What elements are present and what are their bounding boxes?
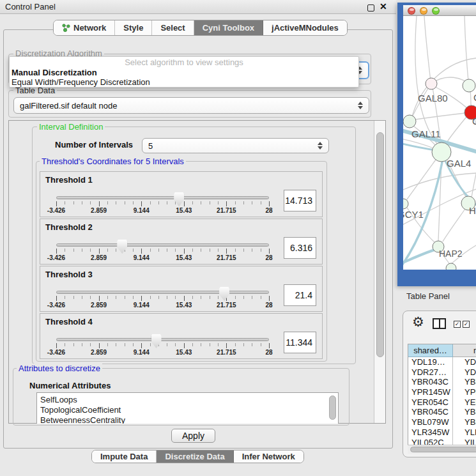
close-traffic-light[interactable] bbox=[408, 7, 415, 15]
tick-label: 9.144 bbox=[134, 207, 150, 214]
table-row[interactable]: YDR27…YDR2 bbox=[408, 367, 476, 378]
shared-name-cell[interactable]: YER054C bbox=[408, 397, 453, 408]
attribute-list-item[interactable]: BetweennessCentrality bbox=[37, 415, 338, 424]
network-edge[interactable] bbox=[472, 160, 476, 197]
minimize-traffic-light[interactable] bbox=[420, 7, 427, 15]
network-window-titlebar[interactable] bbox=[403, 5, 476, 16]
slider-track[interactable] bbox=[56, 196, 269, 199]
threshold-value-field[interactable]: 6.316 bbox=[284, 237, 316, 259]
node-pink[interactable] bbox=[426, 78, 437, 89]
network-edge[interactable] bbox=[470, 90, 471, 107]
vertical-scrollbar-thumb[interactable] bbox=[376, 132, 384, 357]
apply-button[interactable]: Apply bbox=[171, 429, 215, 443]
slider-track[interactable] bbox=[56, 338, 269, 341]
tab-network[interactable]: Network bbox=[54, 20, 115, 35]
table-data-combobox[interactable]: galFiltered.sif default node bbox=[13, 97, 369, 114]
tick-label: 15.43 bbox=[176, 302, 192, 309]
slider-track[interactable] bbox=[56, 243, 269, 247]
name-cell[interactable]: YBR0 bbox=[453, 377, 476, 387]
slider-ticks bbox=[56, 296, 269, 302]
attribute-list-item[interactable]: TopologicalCoefficient bbox=[37, 405, 338, 415]
tick-label: 21.715 bbox=[217, 302, 236, 309]
table-row[interactable]: YDL19…YDL1 bbox=[408, 357, 476, 367]
vertical-scrollbar[interactable] bbox=[374, 121, 385, 423]
node-bottom[interactable] bbox=[446, 263, 456, 270]
tab-style[interactable]: Style bbox=[115, 20, 152, 35]
name-cell[interactable]: YLR3 bbox=[453, 427, 476, 438]
float-window-icon[interactable] bbox=[367, 4, 374, 12]
name-cell[interactable]: YBL0 bbox=[453, 417, 476, 427]
column-header-name[interactable]: na bbox=[453, 344, 476, 357]
select-all-columns-icon[interactable]: ✓ bbox=[463, 321, 470, 328]
gear-icon[interactable]: ⚙ bbox=[412, 315, 424, 328]
close-icon[interactable]: ✕ bbox=[380, 1, 387, 12]
tab-infer-network[interactable]: Infer Network bbox=[234, 450, 303, 463]
zoom-traffic-light[interactable] bbox=[432, 7, 440, 15]
shared-name-cell[interactable]: YPR145W bbox=[408, 387, 453, 397]
name-cell[interactable]: YBR0 bbox=[453, 407, 476, 417]
network-edge[interactable] bbox=[443, 209, 465, 242]
network-edge[interactable] bbox=[446, 117, 466, 144]
attribute-list-item[interactable]: SelfLoops bbox=[37, 395, 338, 405]
control-panel-titlebar: Control Panel ✕ bbox=[0, 0, 396, 14]
tick-label: 21.715 bbox=[217, 254, 236, 261]
node-gcy1[interactable] bbox=[403, 199, 408, 209]
network-edge[interactable] bbox=[424, 16, 431, 81]
numerical-attributes-list[interactable]: SelfLoopsTopologicalCoefficientBetweenne… bbox=[36, 392, 339, 424]
dropdown-option-manual[interactable]: Manual Discretization bbox=[10, 68, 358, 77]
table-row[interactable]: YIL052CYIL0 bbox=[408, 438, 476, 445]
table-row[interactable]: YBR043CYBR0 bbox=[408, 377, 476, 387]
network-edge[interactable] bbox=[464, 16, 468, 81]
table-panel: ⚙ ✓ ✓ shared… na YDL19…YDL1YDR27…YDR2YBR… bbox=[403, 311, 476, 457]
shared-name-cell[interactable]: YBL079W bbox=[408, 417, 453, 427]
name-cell[interactable]: YER0 bbox=[453, 397, 476, 408]
tab-impute-data[interactable]: Impute Data bbox=[92, 450, 157, 463]
table-row[interactable]: YLR345WYLR3 bbox=[408, 427, 476, 438]
table-row[interactable]: YPR145WYPR1 bbox=[408, 387, 476, 397]
horizontal-scrollbar-thumb[interactable] bbox=[410, 447, 476, 452]
tick-label: 28 bbox=[265, 302, 272, 309]
select-columns-icon[interactable]: ✓ bbox=[454, 321, 461, 328]
shared-name-cell[interactable]: YBR045C bbox=[408, 407, 453, 417]
table-row[interactable]: YER054CYER0 bbox=[408, 397, 476, 408]
horizontal-scrollbar[interactable] bbox=[408, 445, 476, 454]
split-panel-icon[interactable] bbox=[433, 318, 446, 329]
shared-name-cell[interactable]: YDR27… bbox=[408, 367, 453, 378]
threshold-label: Threshold 3 bbox=[45, 270, 93, 279]
name-cell[interactable]: YDL1 bbox=[453, 357, 476, 367]
threshold-value-field[interactable]: 14.713 bbox=[284, 190, 316, 211]
tab-cyni-toolbox[interactable]: Cyni Toolbox bbox=[194, 20, 263, 35]
node-top[interactable] bbox=[463, 79, 475, 92]
tab-jactivemnodules[interactable]: jActiveMNodules bbox=[263, 20, 347, 35]
shared-name-cell[interactable]: YDL19… bbox=[408, 357, 453, 367]
shared-name-cell[interactable]: YLR345W bbox=[408, 427, 453, 438]
name-cell[interactable]: YIL0 bbox=[453, 438, 476, 445]
threshold-row: Threshold 2-3.4262.8599.14415.4321.71528… bbox=[40, 219, 323, 265]
table-header-row: shared… na bbox=[408, 344, 476, 357]
tab-discretize-data[interactable]: Discretize Data bbox=[157, 450, 233, 463]
column-header-shared-name[interactable]: shared… bbox=[408, 344, 453, 357]
tick-label: 28 bbox=[265, 207, 272, 214]
list-scrollbar-thumb[interactable] bbox=[329, 395, 336, 420]
number-of-intervals-combobox[interactable]: 5 bbox=[142, 138, 329, 153]
name-cell[interactable]: YPR1 bbox=[453, 387, 476, 397]
threshold-value: 11.344 bbox=[286, 337, 312, 348]
tab-select[interactable]: Select bbox=[152, 20, 194, 35]
name-cell[interactable]: YDR2 bbox=[453, 367, 476, 378]
threshold-value-field[interactable]: 21.4 bbox=[284, 284, 316, 306]
slider-track[interactable] bbox=[56, 291, 269, 294]
table-row[interactable]: YBL079WYBL0 bbox=[408, 417, 476, 427]
node-gal11[interactable] bbox=[403, 115, 416, 128]
threshold-row: Threshold 3-3.4262.8599.14415.4321.71528… bbox=[40, 266, 323, 312]
dropdown-option-equal-width[interactable]: Equal Width/Frequency Discretization bbox=[10, 77, 358, 87]
shared-name-cell[interactable]: YBR043C bbox=[408, 377, 453, 387]
tick-label: 21.715 bbox=[217, 349, 236, 356]
table-row[interactable]: YBR045CYBR0 bbox=[408, 407, 476, 417]
shared-name-cell[interactable]: YIL052C bbox=[408, 438, 453, 445]
network-canvas[interactable]: GAL80GGAL11CGAL4GCY1HHAP2 bbox=[403, 16, 476, 270]
threshold-value-field[interactable]: 11.344 bbox=[284, 332, 316, 353]
dropdown-prompt-item[interactable]: Select algorithm to view settings bbox=[10, 57, 358, 68]
combo-arrows-icon bbox=[358, 102, 363, 109]
numerical-attributes-heading: Numerical Attributes bbox=[29, 381, 111, 390]
network-graph: GAL80GGAL11CGAL4GCY1HHAP2 bbox=[403, 16, 476, 270]
